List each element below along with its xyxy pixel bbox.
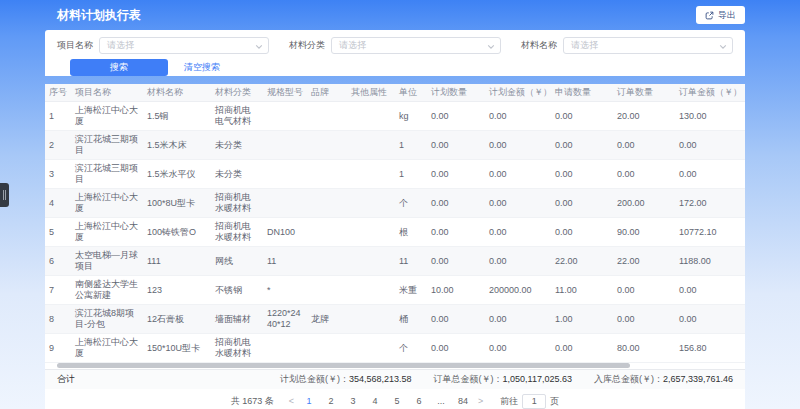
table-cell: 100铸铁管O: [143, 218, 211, 247]
top-header-bar: 材料计划执行表 导出: [45, 0, 745, 30]
column-header-spacer: [743, 84, 745, 102]
table-cell: 2: [45, 131, 71, 160]
table-cell: 100*8U型卡: [143, 189, 211, 218]
export-button[interactable]: 导出: [696, 6, 745, 24]
table-cell: kg: [395, 102, 427, 131]
table-cell-spacer: [743, 131, 745, 160]
column-header: 序号: [45, 84, 71, 102]
table-cell: 111: [143, 247, 211, 276]
table-cell: 0.00: [427, 160, 485, 189]
table-cell: 0.00: [551, 160, 613, 189]
pager-page-2[interactable]: 2: [325, 396, 337, 406]
column-header: 订单数量: [613, 84, 675, 102]
prev-page-button[interactable]: <: [286, 396, 297, 406]
table-cell: 滨江花城三期项目: [71, 160, 143, 189]
table-cell-spacer: [743, 218, 745, 247]
pager-page-1[interactable]: 1: [303, 396, 315, 406]
material-category-select[interactable]: 请选择: [331, 37, 501, 54]
table-cell: [263, 102, 307, 131]
pager-page-5[interactable]: 5: [391, 396, 403, 406]
table-cell: 0.00: [485, 305, 551, 334]
plan-total-amount: 计划总金额(￥)：354,568,213.58: [280, 373, 412, 386]
table-cell: 0.00: [551, 334, 613, 363]
summary-label: 合计: [57, 373, 75, 386]
pagination-total: 共 1673 条: [231, 395, 274, 408]
table-cell: [307, 102, 347, 131]
clear-search-link[interactable]: 清空搜索: [184, 61, 220, 74]
table-cell: 上海松江中心大厦: [71, 189, 143, 218]
pager-page-3[interactable]: 3: [347, 396, 359, 406]
table-cell: [347, 160, 395, 189]
table-cell: 156.80: [675, 334, 743, 363]
table-cell: 个: [395, 189, 427, 218]
table-cell: 0.00: [675, 305, 743, 334]
table-cell: 0.00: [485, 102, 551, 131]
table-cell: [307, 334, 347, 363]
pager-page-84[interactable]: 84: [457, 396, 469, 406]
table-cell: 0.00: [675, 131, 743, 160]
table-scroll-area[interactable]: 序号项目名称材料名称材料分类规格型号品牌其他属性单位计划数量计划金额（￥）申请数…: [45, 84, 745, 363]
goto-page-suffix: 页: [550, 395, 559, 408]
table-cell: [347, 218, 395, 247]
project-name-select[interactable]: 请选择: [99, 37, 269, 54]
table-cell: 11: [263, 247, 307, 276]
table-cell: [307, 160, 347, 189]
table-cell: 6: [45, 247, 71, 276]
table-cell: 200.00: [613, 189, 675, 218]
horizontal-scrollbar-thumb[interactable]: [57, 363, 630, 368]
material-plan-table: 序号项目名称材料名称材料分类规格型号品牌其他属性单位计划数量计划金额（￥）申请数…: [45, 84, 745, 363]
table-cell: 0.00: [427, 247, 485, 276]
table-cell: [263, 131, 307, 160]
goto-page-input[interactable]: [522, 394, 546, 409]
pager-ellipsis[interactable]: ...: [435, 396, 447, 406]
column-header: 材料名称: [143, 84, 211, 102]
column-header: 订单金额（￥）: [675, 84, 743, 102]
table-cell: 150*10U型卡: [143, 334, 211, 363]
table-cell-spacer: [743, 160, 745, 189]
filter-panel: 项目名称 请选择 材料分类 请选择 材料名称 请选择 搜索 清空搜索: [45, 30, 745, 76]
table-cell: 0.00: [485, 334, 551, 363]
table-cell: 0.00: [427, 189, 485, 218]
table-row: 3滨江花城三期项目1.5米水平仪未分类10.000.000.000.000.00: [45, 160, 745, 189]
table-cell: 0.00: [485, 189, 551, 218]
filter-field-material-name: 材料名称 请选择: [521, 37, 733, 54]
table-cell: 根: [395, 218, 427, 247]
column-header: 其他属性: [347, 84, 395, 102]
drawer-collapse-handle[interactable]: [0, 183, 9, 207]
filter-field-material-category: 材料分类 请选择: [289, 37, 501, 54]
column-header: 申请数量: [551, 84, 613, 102]
page-title: 材料计划执行表: [45, 7, 141, 24]
table-cell: 太空电梯—月球项目: [71, 247, 143, 276]
table-cell: 80.00: [613, 334, 675, 363]
table-cell: 7: [45, 276, 71, 305]
order-total-amount: 订单总金额(￥)：1,050,117,025.63: [434, 373, 572, 386]
material-category-label: 材料分类: [289, 39, 325, 52]
table-cell: [263, 189, 307, 218]
table-cell: 11: [395, 247, 427, 276]
next-page-button[interactable]: >: [475, 396, 486, 406]
table-cell: 0.00: [613, 305, 675, 334]
table-cell: 0.00: [427, 334, 485, 363]
table-cell: 5: [45, 218, 71, 247]
table-row: 5上海松江中心大厦100铸铁管O招商机电 水暖材料DN100根0.000.000…: [45, 218, 745, 247]
table-cell: 米重: [395, 276, 427, 305]
table-cell: 20.00: [613, 102, 675, 131]
table-cell: [347, 247, 395, 276]
table-row: 2滨江花城三期项目1.5米木床未分类10.000.000.000.000.00: [45, 131, 745, 160]
table-cell: 1.5铜: [143, 102, 211, 131]
table-cell: 南侧盛达大学生公寓新建: [71, 276, 143, 305]
table-cell: [347, 305, 395, 334]
table-cell: 200000.00: [485, 276, 551, 305]
column-header: 品牌: [307, 84, 347, 102]
table-cell: [307, 131, 347, 160]
search-button[interactable]: 搜索: [70, 59, 168, 76]
table-cell: 0.00: [427, 131, 485, 160]
pager-page-4[interactable]: 4: [369, 396, 381, 406]
goto-page-label: 前往: [500, 395, 518, 408]
table-cell-spacer: [743, 102, 745, 131]
material-name-select[interactable]: 请选择: [563, 37, 733, 54]
pager-page-6[interactable]: 6: [413, 396, 425, 406]
table-cell: 0.00: [485, 160, 551, 189]
table-cell: 0.00: [551, 189, 613, 218]
table-cell: 1.5米水平仪: [143, 160, 211, 189]
